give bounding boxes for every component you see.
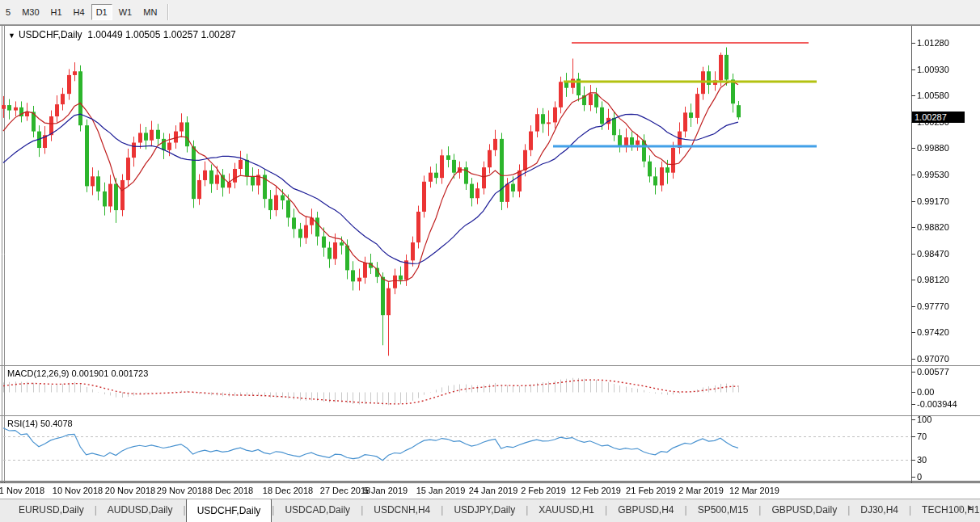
chart-ohlc-values: 1.00449 1.00505 1.00257 1.00287 (87, 29, 236, 40)
timeframe-button-w1[interactable]: W1 (114, 4, 137, 20)
date-axis-label: 24 Jan 2019 (469, 486, 518, 495)
rsi-axis-label: 70 (917, 431, 927, 441)
timeframe-button-h1[interactable]: H1 (46, 4, 67, 20)
chart-dropdown-icon[interactable]: ▼ (8, 32, 15, 40)
chart-tab-usdcnh-h4[interactable]: USDCNH,H4 (363, 499, 441, 522)
price-axis-label: 0.98120 (917, 275, 949, 284)
chart-symbol-label: USDCHF,Daily (19, 29, 82, 40)
timeframe-button-5[interactable]: 5 (1, 4, 15, 20)
date-axis-label: 2 Mar 2019 (678, 486, 724, 495)
price-axis-label: 1.00580 (917, 91, 949, 100)
price-axis-label: 0.97420 (917, 327, 949, 337)
price-axis-label: 0.99530 (917, 170, 949, 179)
rsi-axis-label: 30 (917, 455, 927, 465)
date-axis-label: 29 Nov 2018 (157, 486, 207, 495)
macd-indicator-label: MACD(12,26,9) 0.001901 0.001723 (7, 368, 148, 378)
price-axis-label: 0.99880 (917, 143, 949, 153)
timeframe-button-m30[interactable]: M30 (17, 4, 44, 20)
timeframe-button-h4[interactable]: H4 (69, 4, 90, 20)
rsi-axis-label: 0 (917, 472, 922, 482)
chart-title: ▼USDCHF,Daily 1.00449 1.00505 1.00257 1.… (8, 29, 236, 40)
price-axis-label: 0.98820 (917, 222, 949, 232)
chart-tab-sp500-m15[interactable]: SP500,M15 (687, 499, 759, 522)
date-axis-label: 8 Dec 2018 (208, 486, 253, 495)
date-axis-label: 2 Feb 2019 (521, 486, 566, 495)
chart-tab-bar: EURUSD,Daily|AUDUSD,Daily|USDCHF,Daily|U… (0, 499, 980, 522)
rsi-axis-label: 100 (917, 415, 931, 424)
price-axis-label: 0.97770 (917, 301, 949, 311)
toolbar-separator (167, 4, 169, 20)
tab-scroll-right-icon[interactable]: ► (966, 503, 978, 511)
mt4-window: 5M30H1H4D1W1MN ▼USDCHF,Daily 1.00449 1.0… (0, 0, 980, 522)
price-axis-label: 1.01280 (917, 38, 949, 48)
date-axis-label: 5 Jan 2019 (364, 486, 408, 495)
price-axis-label: 0.99170 (917, 196, 949, 206)
chart-tab-gbpusd-h4[interactable]: GBPUSD,H4 (607, 499, 684, 522)
price-chart-canvas[interactable] (0, 0, 980, 522)
chart-tab-gbpusd-daily[interactable]: GBPUSD,Daily (761, 499, 847, 522)
price-axis-label: 0.98470 (917, 249, 949, 259)
macd-axis-label: 0.00577 (917, 367, 949, 377)
current-price-tag: 1.00287 (912, 112, 965, 123)
macd-axis-label: -0.003944 (917, 399, 957, 409)
date-axis-label: 15 Jan 2019 (416, 486, 466, 495)
timeframe-button-d1[interactable]: D1 (91, 4, 112, 20)
date-axis-label: 12 Mar 2019 (729, 486, 779, 495)
tab-scroll-left-icon[interactable]: ◄ (955, 503, 966, 511)
chart-tab-usdcad-daily[interactable]: USDCAD,Daily (274, 499, 361, 522)
price-axis-label: 0.97070 (917, 354, 949, 364)
rsi-indicator-label: RSI(14) 50.4078 (7, 419, 73, 428)
chart-tab-xauusd-h1[interactable]: XAUUSD,H1 (528, 499, 605, 522)
date-axis-label: 10 Nov 2018 (53, 486, 103, 495)
date-axis-label: 1 Nov 2018 (0, 486, 44, 495)
timeframe-toolbar: 5M30H1H4D1W1MN (0, 0, 980, 25)
date-axis-label: 20 Nov 2018 (105, 486, 155, 495)
price-axis-label: 1.00930 (917, 65, 949, 74)
chart-tab-usdjpy-daily[interactable]: USDJPY,Daily (443, 499, 526, 522)
date-axis-label: 21 Feb 2019 (626, 486, 676, 495)
date-axis-label: 18 Dec 2018 (263, 486, 313, 495)
tab-scroll-buttons: ◄► (955, 503, 978, 511)
timeframe-button-mn[interactable]: MN (138, 4, 162, 20)
chart-tab-audusd-daily[interactable]: AUDUSD,Daily (97, 499, 184, 522)
macd-axis-label: 0.00 (917, 387, 934, 397)
date-axis-label: 12 Feb 2019 (571, 486, 621, 495)
chart-tab-usdchf-daily[interactable]: USDCHF,Daily (186, 499, 272, 522)
chart-tab-dj30-h4[interactable]: DJ30,H4 (850, 499, 909, 522)
chart-tab-eurusd-daily[interactable]: EURUSD,Daily (8, 499, 95, 522)
